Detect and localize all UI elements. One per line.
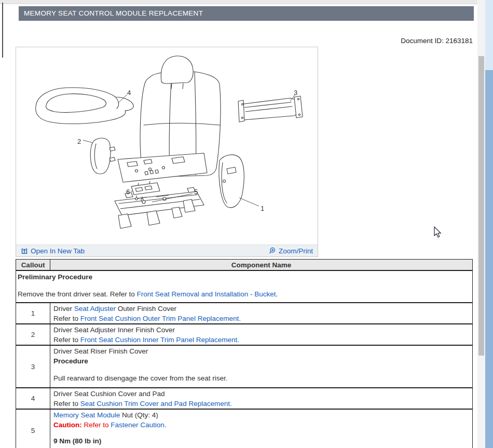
torque-spec: 9 Nm (80 lb in)	[53, 436, 469, 446]
inner-trim-panel-link[interactable]: Front Seat Cushion Inner Trim Panel Repl…	[80, 336, 239, 344]
table-row: 4 Driver Seat Cushion Cover and Pad Refe…	[16, 387, 472, 409]
figure-panel: 4 3 2 6 5 1 Open In New Tab	[16, 47, 318, 257]
open-in-new-tab-icon	[21, 247, 28, 254]
figure-callout-1: 1	[261, 205, 264, 212]
row1-text: Driver	[53, 305, 74, 313]
zoom-print-icon	[269, 247, 276, 254]
row1-refer: Refer to	[53, 315, 80, 322]
seat-exploded-diagram: 4 3 2 6 5 1	[16, 47, 318, 245]
table-row: 3 Driver Seat Riser Finish Cover Procedu…	[16, 345, 472, 387]
table-header-row: Callout Component Name	[16, 260, 472, 270]
document-id: Document ID: 2163181	[401, 37, 473, 45]
callout-number: 3	[16, 346, 50, 387]
callout-number: 1	[16, 303, 50, 323]
figure-callout-3: 3	[294, 89, 297, 97]
row3-instruction: Pull rearward to disengage the cover fro…	[53, 373, 469, 383]
outer-scrollbar-thumb[interactable]	[485, 70, 493, 448]
table-row: 1 Driver Seat Adjuster Outer Finish Cove…	[16, 302, 472, 323]
figure-toolbar: Open In New Tab Zoom/Print	[16, 245, 318, 256]
row3-procedure-label: Procedure	[53, 356, 469, 366]
row2-text: Driver Seat Adjuster Inner Finish Cover	[53, 325, 469, 335]
callout-header: Callout	[16, 260, 50, 270]
zoom-print-link[interactable]: Zoom/Print	[269, 247, 313, 255]
row2-refer: Refer to	[53, 336, 80, 344]
page-title: MEMORY SEAT CONTROL MODULE REPLACEMENT	[19, 6, 474, 21]
figure-callout-4: 4	[127, 89, 131, 97]
mouse-cursor	[434, 226, 443, 239]
open-in-new-tab-label: Open In New Tab	[31, 247, 85, 255]
seat-adjuster-link[interactable]: Seat Adjuster	[74, 305, 116, 313]
row1-text2: Outer Finish Cover	[116, 305, 176, 313]
seat-cushion-trim-link[interactable]: Seat Cushion Trim Cover and Pad Replacem…	[80, 400, 232, 408]
row3-text: Driver Seat Riser Finish Cover	[53, 346, 469, 356]
front-seat-removal-link[interactable]: Front Seat Removal and Installation - Bu…	[137, 290, 276, 298]
callout-number: 4	[16, 388, 50, 409]
preliminary-text: Remove the front driver seat. Refer to	[18, 290, 137, 298]
preliminary-procedure-row: Preliminary Procedure Remove the front d…	[16, 270, 472, 302]
figure-callout-2: 2	[77, 138, 81, 145]
preliminary-procedure-title: Preliminary Procedure	[18, 272, 471, 282]
fastener-caution-link[interactable]: Fastener Caution.	[111, 421, 166, 429]
callout-number: 2	[16, 324, 50, 345]
table-row: 2 Driver Seat Adjuster Inner Finish Cove…	[16, 323, 472, 345]
open-in-new-tab-link[interactable]: Open In New Tab	[21, 247, 85, 255]
callout-number: 5	[16, 410, 50, 448]
figure-callout-6: 6	[126, 188, 130, 196]
component-name-header: Component Name	[50, 260, 472, 270]
caution-refer: Refer to	[82, 421, 111, 429]
figure-callout-5: 5	[194, 188, 198, 196]
row5-text: Nut (Qty: 4)	[120, 411, 158, 419]
top-strip	[0, 0, 485, 4]
left-edge-line	[2, 3, 3, 58]
preliminary-period: .	[276, 290, 278, 298]
zoom-print-label: Zoom/Print	[279, 247, 313, 255]
row4-text: Driver Seat Cushion Cover and Pad	[53, 389, 469, 399]
component-table: Callout Component Name Preliminary Proce…	[16, 259, 473, 448]
table-row: 5 Memory Seat Module Nut (Qty: 4) Cautio…	[16, 409, 472, 448]
page: MEMORY SEAT CONTROL MODULE REPLACEMENT D…	[0, 0, 493, 448]
memory-seat-module-link[interactable]: Memory Seat Module	[53, 411, 120, 419]
inner-scrollbar-thumb[interactable]	[478, 56, 484, 356]
caution-label: Caution:	[53, 421, 82, 429]
row4-refer: Refer to	[53, 400, 80, 408]
outer-trim-panel-link[interactable]: Front Seat Cushion Outer Trim Panel Repl…	[80, 315, 241, 322]
